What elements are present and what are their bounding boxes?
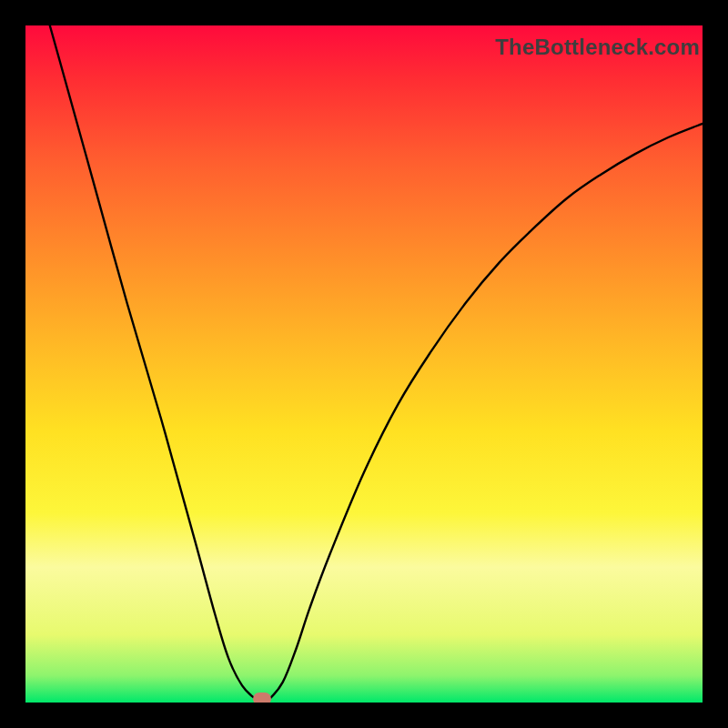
plot-area: TheBottleneck.com	[25, 25, 703, 703]
min-marker	[253, 693, 271, 703]
chart-frame: TheBottleneck.com	[0, 0, 728, 728]
bottleneck-curve	[25, 25, 703, 703]
